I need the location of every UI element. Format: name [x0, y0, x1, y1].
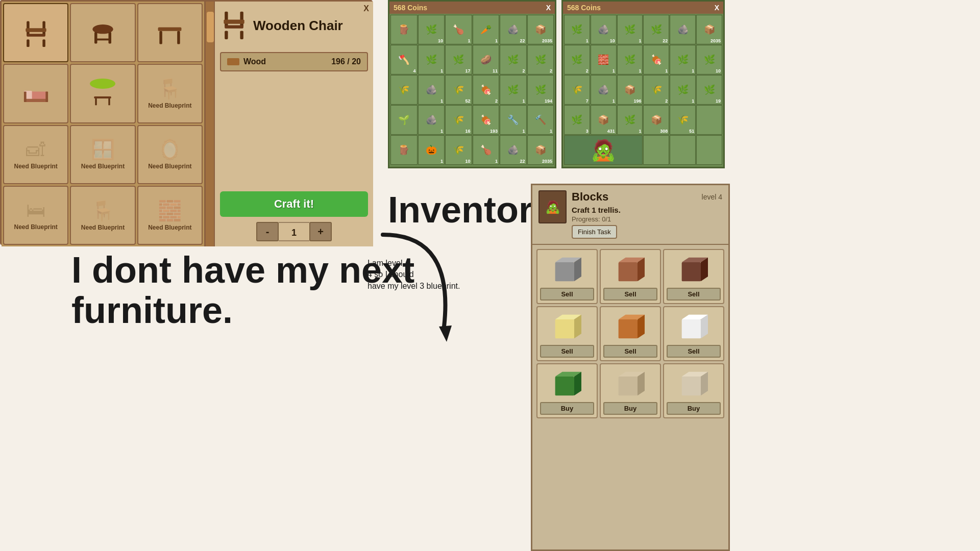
inv-cell[interactable]: 🍖193 [473, 105, 500, 135]
grid-item-need-blueprint-1[interactable]: 🪑 Need Blueprint [137, 64, 203, 123]
inv-cell[interactable]: 🌿1 [418, 45, 445, 74]
block-buy-button-tan[interactable]: Buy [603, 402, 657, 415]
inv-cell[interactable]: 🪨 [670, 15, 696, 44]
inv-cell[interactable]: 🌿1 [564, 15, 590, 44]
inv-cell[interactable]: 🍖2 [473, 75, 500, 105]
block-buy-button-light[interactable]: Buy [667, 402, 721, 415]
grid-item-need-blueprint-2[interactable]: 🛋 Need Blueprint [3, 125, 68, 184]
block-sell-button-orange[interactable]: Sell [603, 345, 657, 358]
svg-rect-10 [158, 27, 182, 31]
inv-cell[interactable] [696, 105, 722, 135]
block-sell-button-white[interactable]: Sell [667, 345, 721, 358]
inv-cell[interactable]: 📦308 [643, 105, 669, 135]
inv-cell[interactable]: 🥕1 [473, 15, 500, 44]
inv-cell[interactable]: 🪨22 [500, 135, 527, 165]
block-cell-orange[interactable]: Sell [600, 306, 661, 361]
inv-cell[interactable]: 📦2035 [527, 15, 554, 44]
grid-item-need-blueprint-3[interactable]: 🪟 Need Blueprint [70, 125, 135, 184]
crafting-scrollbar[interactable] [206, 2, 215, 246]
inv-cell[interactable]: 🍗1 [445, 15, 472, 44]
inv-cell[interactable]: 🌿17 [445, 45, 472, 74]
inv-cell[interactable]: 🪓4 [390, 45, 418, 74]
grid-item-need-blueprint-7[interactable]: 🧱 Need Blueprint [137, 186, 203, 245]
inv-cell[interactable]: 🌿2 [500, 45, 527, 74]
inv-cell[interactable]: 🌿194 [527, 75, 554, 105]
scrollbar-thumb[interactable] [207, 12, 214, 42]
inv-cell[interactable]: 🌿1 [617, 45, 643, 74]
inv-cell[interactable]: 🌿1 [670, 75, 696, 105]
inv-cell[interactable]: 🌿1 [617, 15, 643, 44]
inv-cell[interactable]: 🌾2 [643, 75, 669, 105]
block-sell-button-brown[interactable]: Sell [603, 288, 657, 300]
inv-cell[interactable]: 🌿2 [527, 45, 554, 74]
detail-header: Wooden Chair [220, 9, 368, 42]
inv-cell[interactable]: 🔨1 [527, 105, 554, 135]
block-cell-yellow[interactable]: Sell [536, 306, 598, 361]
grid-item-need-blueprint-4[interactable]: 🪞 Need Blueprint [137, 125, 203, 184]
grid-item-green-table[interactable] [70, 64, 135, 123]
inv-cell[interactable]: 🧱1 [591, 45, 617, 74]
inv-cell[interactable]: 🪨22 [500, 15, 527, 44]
inv-cell[interactable]: 📦196 [617, 75, 643, 105]
inv-cell[interactable]: 🌿10 [696, 45, 722, 74]
inv-cell[interactable]: 🪨1 [591, 75, 617, 105]
inv-cell[interactable]: 🌱 [390, 105, 418, 135]
inv-cell[interactable]: 📦2035 [527, 135, 554, 165]
inv-cell[interactable]: 📦2035 [696, 15, 722, 44]
inv-cell[interactable]: 🪵 [390, 15, 418, 44]
inv-cell[interactable] [643, 135, 669, 165]
quantity-plus-button[interactable]: + [309, 222, 332, 241]
inv-cell[interactable]: 📦431 [591, 105, 617, 135]
grid-item-chair[interactable] [3, 3, 68, 62]
block-sell-button-gray[interactable]: Sell [540, 288, 594, 300]
inv-cell[interactable]: 🌿1 [500, 75, 527, 105]
block-buy-button-green[interactable]: Buy [540, 402, 594, 415]
inv-cell[interactable] [696, 135, 722, 165]
inv-cell[interactable]: 🥔11 [473, 45, 500, 74]
detail-close-button[interactable]: X [363, 4, 369, 13]
inv-cell[interactable]: 🪨1 [418, 75, 445, 105]
block-cell-light[interactable]: Buy [663, 363, 724, 418]
inv-cell[interactable]: 🌾51 [670, 105, 696, 135]
inv-cell[interactable]: 🌿1 [617, 105, 643, 135]
grid-item-need-blueprint-6[interactable]: 🪑 Need Blueprint [70, 186, 135, 245]
block-cell-tan[interactable]: Buy [600, 363, 661, 418]
grid-item-stool[interactable] [70, 3, 135, 62]
block-cell-white[interactable]: Sell [663, 306, 724, 361]
inv-cell[interactable]: 🎃1 [418, 135, 445, 165]
inventory-close-right[interactable]: X [715, 4, 719, 12]
svg-marker-27 [439, 325, 452, 342]
craft-button[interactable]: Craft it! [220, 191, 368, 217]
block-cell-green[interactable]: Buy [536, 363, 598, 418]
inv-cell[interactable]: 🌿22 [643, 15, 669, 44]
block-sell-button-dark-brown[interactable]: Sell [667, 288, 721, 300]
inv-cell[interactable]: 🌿10 [418, 15, 445, 44]
block-sell-button-yellow[interactable]: Sell [540, 345, 594, 358]
block-cell-brown[interactable]: Sell [600, 249, 661, 304]
inventory-close-left[interactable]: X [546, 4, 551, 12]
inv-cell[interactable]: 🌾16 [445, 105, 472, 135]
inv-cell[interactable]: 🌾7 [564, 75, 590, 105]
inv-cell[interactable] [670, 135, 696, 165]
inv-cell[interactable]: 🍖1 [643, 45, 669, 74]
inv-cell[interactable]: 🌾10 [445, 135, 472, 165]
inv-cell[interactable]: 🌿2 [564, 45, 590, 74]
inv-cell[interactable]: 🪨10 [591, 15, 617, 44]
inv-cell[interactable]: 🔧1 [500, 105, 527, 135]
quantity-minus-button[interactable]: - [256, 222, 279, 241]
inv-cell[interactable]: 🍗1 [473, 135, 500, 165]
block-cell-gray[interactable]: Sell [536, 249, 598, 304]
inv-cell[interactable]: 🌿3 [564, 105, 590, 135]
grid-item-table[interactable] [137, 3, 203, 62]
finish-task-button[interactable]: Finish Task [572, 225, 617, 239]
inv-cell[interactable]: 🌾 [390, 75, 418, 105]
grid-item-need-blueprint-5[interactable]: 🛏 Need Blueprint [3, 186, 68, 245]
inv-cell[interactable]: 🪨1 [418, 105, 445, 135]
grid-item-bed[interactable] [3, 64, 68, 123]
inv-cell[interactable]: 🪵 [390, 135, 418, 165]
inv-cell[interactable]: 🌿1 [670, 45, 696, 74]
inv-cell[interactable]: 🌿19 [696, 75, 722, 105]
block-cell-dark-brown[interactable]: Sell [663, 249, 724, 304]
svg-rect-1 [42, 21, 45, 35]
inv-cell[interactable]: 🌾52 [445, 75, 472, 105]
